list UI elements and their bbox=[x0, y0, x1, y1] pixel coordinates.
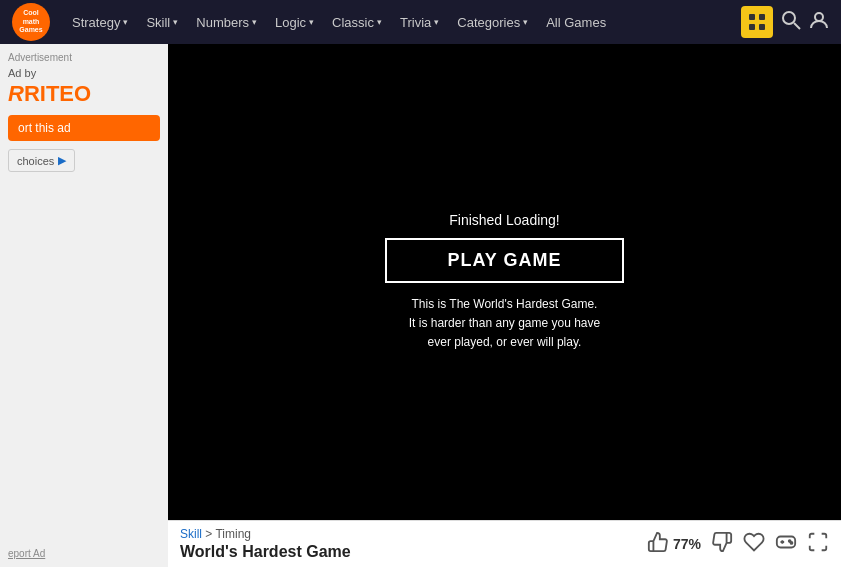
breadcrumb-timing: Timing bbox=[215, 527, 251, 541]
game-canvas: Finished Loading! PLAY GAME This is The … bbox=[168, 44, 841, 520]
chevron-down-icon: ▾ bbox=[123, 17, 128, 27]
game-actions: 77% bbox=[647, 531, 829, 558]
nav-item-numbers[interactable]: Numbers ▾ bbox=[188, 11, 265, 34]
rating-area: 77% bbox=[647, 531, 701, 558]
ad-by-text: Ad by bbox=[8, 67, 160, 79]
nav-item-skill[interactable]: Skill ▾ bbox=[138, 11, 186, 34]
svg-rect-1 bbox=[759, 14, 765, 20]
chevron-down-icon: ▾ bbox=[377, 17, 382, 27]
game-container: Finished Loading! PLAY GAME This is The … bbox=[168, 44, 841, 567]
svg-point-9 bbox=[791, 542, 793, 544]
play-game-button[interactable]: PLAY GAME bbox=[385, 238, 623, 283]
chevron-down-icon: ▾ bbox=[309, 17, 314, 27]
svg-rect-0 bbox=[749, 14, 755, 20]
nav-item-logic[interactable]: Logic ▾ bbox=[267, 11, 322, 34]
chevron-down-icon: ▾ bbox=[252, 17, 257, 27]
nav-item-all-games[interactable]: All Games bbox=[538, 11, 614, 34]
nav-item-strategy[interactable]: Strategy ▾ bbox=[64, 11, 136, 34]
breadcrumb-skill[interactable]: Skill bbox=[180, 527, 202, 541]
report-ad-button[interactable]: ort this ad bbox=[8, 115, 160, 141]
ad-label: Advertisement bbox=[8, 52, 160, 63]
svg-rect-2 bbox=[749, 24, 755, 30]
navbar: CoolmathGames Strategy ▾ Skill ▾ Numbers… bbox=[0, 0, 841, 44]
logo[interactable]: CoolmathGames bbox=[12, 3, 50, 41]
fullscreen-button[interactable] bbox=[807, 531, 829, 558]
game-title: World's Hardest Game bbox=[180, 543, 351, 561]
mystery-icon-button[interactable] bbox=[741, 6, 773, 38]
nav-item-classic[interactable]: Classic ▾ bbox=[324, 11, 390, 34]
game-footer: Skill > Timing World's Hardest Game 77% bbox=[168, 520, 841, 567]
choices-arrow-icon: ▶ bbox=[58, 154, 66, 167]
chevron-down-icon: ▾ bbox=[523, 17, 528, 27]
thumbs-down-button[interactable] bbox=[711, 531, 733, 558]
nav-item-categories[interactable]: Categories ▾ bbox=[449, 11, 536, 34]
nav-items: Strategy ▾ Skill ▾ Numbers ▾ Logic ▾ Cla… bbox=[64, 11, 737, 34]
logo-icon: CoolmathGames bbox=[12, 3, 50, 41]
nav-item-trivia[interactable]: Trivia ▾ bbox=[392, 11, 447, 34]
svg-point-4 bbox=[783, 12, 795, 24]
user-account-button[interactable] bbox=[809, 10, 829, 35]
ad-choices-button[interactable]: choices ▶ bbox=[8, 149, 75, 172]
breadcrumb: Skill > Timing bbox=[180, 527, 351, 541]
svg-point-6 bbox=[815, 13, 823, 21]
chevron-down-icon: ▾ bbox=[173, 17, 178, 27]
search-button[interactable] bbox=[781, 10, 801, 35]
game-info: Skill > Timing World's Hardest Game bbox=[180, 527, 351, 561]
nav-right bbox=[741, 6, 829, 38]
rating-percentage: 77% bbox=[673, 536, 701, 552]
svg-rect-3 bbox=[759, 24, 765, 30]
favorite-button[interactable] bbox=[743, 531, 765, 558]
main-layout: Advertisement Ad by RRITEO ort this ad c… bbox=[0, 44, 841, 567]
report-ad-link[interactable]: eport Ad bbox=[8, 548, 160, 559]
loading-text: Finished Loading! bbox=[449, 212, 560, 228]
svg-line-5 bbox=[794, 23, 800, 29]
game-description: This is The World's Hardest Game. It is … bbox=[409, 295, 600, 353]
thumbs-up-button[interactable] bbox=[647, 531, 669, 558]
controller-button[interactable] bbox=[775, 531, 797, 558]
ad-brand-name: RRITEO bbox=[8, 81, 160, 107]
chevron-down-icon: ▾ bbox=[434, 17, 439, 27]
ad-sidebar: Advertisement Ad by RRITEO ort this ad c… bbox=[0, 44, 168, 567]
